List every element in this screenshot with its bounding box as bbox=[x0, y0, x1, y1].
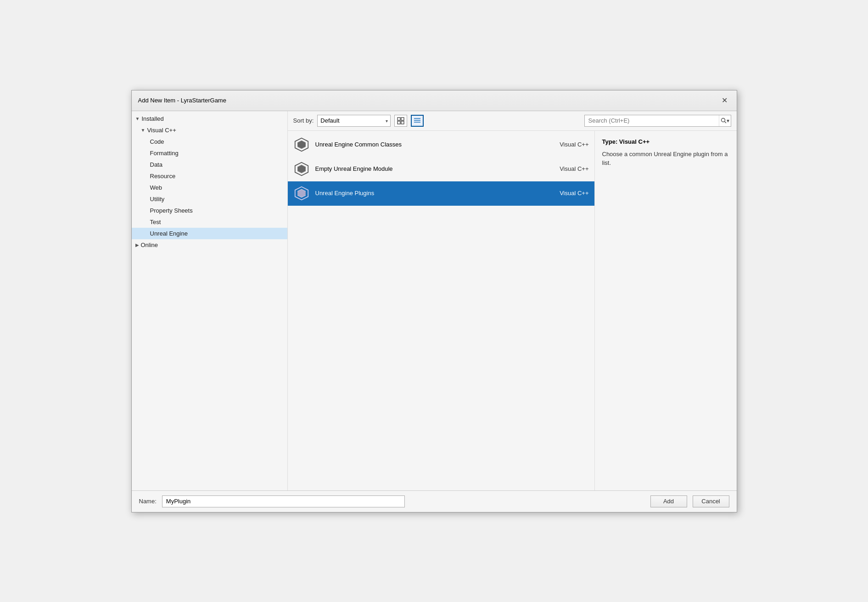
svg-rect-2 bbox=[398, 121, 400, 124]
sidebar-item-code[interactable]: Code bbox=[132, 136, 287, 147]
web-label: Web bbox=[150, 184, 162, 191]
item-type-empty-module: Visual C++ bbox=[543, 165, 589, 172]
bottom-bar: Name: Add Cancel bbox=[132, 490, 737, 512]
item-icon-common-classes bbox=[293, 136, 310, 153]
svg-line-8 bbox=[724, 122, 726, 124]
sidebar-item-web[interactable]: Web bbox=[132, 182, 287, 193]
item-icon-plugins bbox=[293, 185, 310, 202]
name-label: Name: bbox=[139, 498, 157, 505]
online-triangle: ▶ bbox=[135, 242, 139, 248]
test-label: Test bbox=[150, 219, 161, 225]
search-icon-button[interactable]: ▾ bbox=[719, 115, 731, 126]
ue-logo-icon-2 bbox=[294, 162, 309, 176]
list-view-button[interactable] bbox=[411, 115, 424, 127]
sidebar-item-utility[interactable]: Utility bbox=[132, 193, 287, 205]
unreal-engine-label: Unreal Engine bbox=[150, 230, 188, 237]
property-sheets-label: Property Sheets bbox=[150, 207, 193, 214]
sidebar-item-property-sheets[interactable]: Property Sheets bbox=[132, 205, 287, 216]
search-input[interactable] bbox=[585, 116, 719, 125]
svg-rect-0 bbox=[398, 118, 400, 120]
search-icon bbox=[721, 118, 727, 124]
info-type: Type: Visual C++ bbox=[602, 138, 729, 145]
dialog: Add New Item - LyraStarterGame ✕ ▼ Insta… bbox=[131, 90, 737, 512]
svg-rect-3 bbox=[401, 121, 404, 124]
items-list: Unreal Engine Common Classes Visual C++ bbox=[288, 131, 594, 490]
visual-cpp-triangle: ▼ bbox=[141, 128, 146, 133]
sidebar-item-data[interactable]: Data bbox=[132, 159, 287, 170]
item-row-common-classes[interactable]: Unreal Engine Common Classes Visual C++ bbox=[288, 133, 594, 157]
content-split: Unreal Engine Common Classes Visual C++ bbox=[288, 131, 737, 490]
grid-view-button[interactable] bbox=[394, 115, 407, 127]
data-label: Data bbox=[150, 161, 162, 168]
item-name-empty-module: Empty Unreal Engine Module bbox=[315, 165, 538, 172]
content-area: Sort by: Default Name Type bbox=[288, 111, 737, 490]
info-panel: Type: Visual C++ Choose a common Unreal … bbox=[594, 131, 737, 490]
svg-point-7 bbox=[721, 118, 725, 122]
sidebar-item-unreal-engine[interactable]: Unreal Engine bbox=[132, 228, 287, 239]
ue-logo-icon-3 bbox=[294, 186, 309, 201]
sidebar-item-resource[interactable]: Resource bbox=[132, 170, 287, 182]
visual-cpp-label: Visual C++ bbox=[147, 127, 176, 134]
search-box: ▾ bbox=[584, 115, 731, 127]
sidebar-online[interactable]: ▶ Online bbox=[132, 239, 287, 251]
item-icon-empty-module bbox=[293, 161, 310, 177]
svg-rect-1 bbox=[401, 118, 404, 120]
sidebar-item-test[interactable]: Test bbox=[132, 216, 287, 228]
utility-label: Utility bbox=[150, 196, 165, 203]
sort-label: Sort by: bbox=[293, 117, 314, 124]
name-input[interactable] bbox=[162, 495, 405, 507]
item-row-plugins[interactable]: Unreal Engine Plugins Visual C++ bbox=[288, 181, 594, 206]
formatting-label: Formatting bbox=[150, 150, 179, 157]
installed-triangle: ▼ bbox=[135, 116, 140, 121]
item-name-plugins: Unreal Engine Plugins bbox=[315, 190, 538, 197]
dialog-title: Add New Item - LyraStarterGame bbox=[138, 97, 226, 104]
close-button[interactable]: ✕ bbox=[719, 95, 730, 106]
sidebar-visual-cpp[interactable]: ▼ Visual C++ bbox=[132, 124, 287, 136]
list-icon bbox=[414, 117, 421, 124]
title-bar: Add New Item - LyraStarterGame ✕ bbox=[132, 90, 737, 111]
item-type-common-classes: Visual C++ bbox=[543, 141, 589, 148]
cancel-button[interactable]: Cancel bbox=[693, 495, 729, 507]
sidebar: ▼ Installed ▼ Visual C++ Code Formatting… bbox=[132, 111, 288, 490]
add-button[interactable]: Add bbox=[650, 495, 687, 507]
sort-select[interactable]: Default Name Type bbox=[317, 115, 391, 127]
online-label: Online bbox=[141, 242, 158, 248]
sidebar-installed[interactable]: ▼ Installed bbox=[132, 113, 287, 124]
item-row-empty-module[interactable]: Empty Unreal Engine Module Visual C++ bbox=[288, 157, 594, 181]
installed-label: Installed bbox=[141, 115, 163, 122]
item-name-common-classes: Unreal Engine Common Classes bbox=[315, 141, 538, 148]
grid-icon bbox=[397, 117, 404, 124]
sidebar-item-formatting[interactable]: Formatting bbox=[132, 147, 287, 159]
resource-label: Resource bbox=[150, 173, 176, 180]
item-type-plugins: Visual C++ bbox=[543, 190, 589, 197]
toolbar: Sort by: Default Name Type bbox=[288, 111, 737, 131]
info-description: Choose a common Unreal Engine plugin fro… bbox=[602, 150, 729, 168]
main-content: ▼ Installed ▼ Visual C++ Code Formatting… bbox=[132, 111, 737, 490]
code-label: Code bbox=[150, 138, 164, 145]
sort-select-wrapper: Default Name Type bbox=[317, 115, 391, 127]
ue-logo-icon bbox=[294, 137, 309, 152]
